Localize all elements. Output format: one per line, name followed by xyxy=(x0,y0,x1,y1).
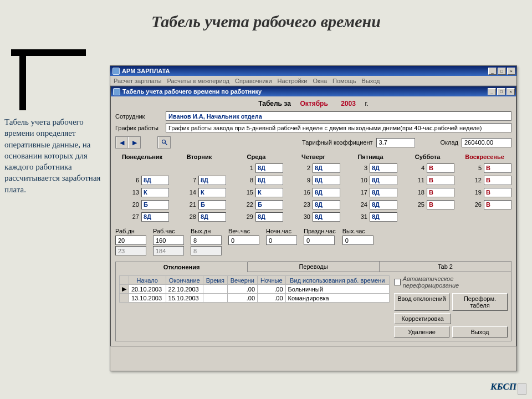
day-value-input[interactable]: 8Д xyxy=(313,212,340,222)
next-button[interactable]: ▶ xyxy=(128,137,140,148)
tab-2[interactable]: Tab 2 xyxy=(380,261,511,272)
total-value[interactable]: 160 xyxy=(153,236,184,245)
auto-reform-checkbox[interactable] xyxy=(394,279,401,285)
day-number: 17 xyxy=(357,189,367,196)
day-value-input[interactable]: В xyxy=(484,200,511,209)
deviations-table[interactable]: НачалоОкончаниеВремяВечерниНочныеВид исп… xyxy=(119,275,390,303)
day-value-input[interactable]: В xyxy=(484,176,511,185)
day-header: Вторник xyxy=(172,152,226,161)
menu-item[interactable]: Окна xyxy=(313,78,328,84)
menu-item[interactable]: Настройки xyxy=(278,78,308,84)
menu-item[interactable]: Расчет зарплаты xyxy=(114,78,162,84)
day-value-input[interactable]: 8Д xyxy=(370,212,397,222)
day-number: 22 xyxy=(243,201,253,208)
day-value-input[interactable]: 8Д xyxy=(370,176,397,185)
day-value-input[interactable]: В xyxy=(427,188,454,197)
table-cell: 15.10.2003 xyxy=(166,294,203,303)
day-value-input[interactable]: К xyxy=(198,188,226,197)
total-value[interactable]: 0 xyxy=(342,236,374,245)
reform-button[interactable]: Переформ. табеля xyxy=(452,293,508,311)
day-value-input[interactable]: 8Д xyxy=(313,163,340,173)
minimize-button[interactable]: _ xyxy=(488,68,497,75)
day-value-input[interactable]: В xyxy=(427,176,454,185)
day-value-input[interactable]: Б xyxy=(198,200,226,209)
day-value-input[interactable]: 8Д xyxy=(141,176,169,185)
day-value-input[interactable]: 8Д xyxy=(370,200,397,209)
employee-field[interactable]: Иванов И.А, Начальник отдела xyxy=(166,111,511,121)
delete-button[interactable]: Удаление xyxy=(394,326,449,337)
maximize-button[interactable]: □ xyxy=(498,68,506,75)
day-value-input[interactable]: 8Д xyxy=(313,176,340,185)
day-value-input[interactable]: К xyxy=(141,188,169,197)
salary-field[interactable]: 260400.00 xyxy=(462,138,511,147)
day-number: 5 xyxy=(472,165,482,171)
day-value-input[interactable]: 8Д xyxy=(198,212,226,222)
day-number: 20 xyxy=(129,201,139,208)
tab-transfers[interactable]: Переводы xyxy=(248,261,380,272)
total-value[interactable]: 0 xyxy=(266,236,297,245)
day-cell: 178Д xyxy=(344,187,397,198)
day-number: 4 xyxy=(415,165,424,171)
day-cell: 26В xyxy=(458,199,511,210)
table-cell xyxy=(203,285,227,294)
menu-item[interactable]: Помощь xyxy=(332,78,356,84)
day-number: 26 xyxy=(472,201,482,208)
day-cell: 78Д xyxy=(172,175,226,186)
add-deviation-button[interactable]: Ввод отклонений xyxy=(394,293,449,311)
day-number: 13 xyxy=(129,189,139,196)
day-value-input[interactable]: 8Д xyxy=(255,176,283,185)
day-value-input[interactable]: 8Д xyxy=(255,212,283,222)
day-value-input[interactable]: 8Д xyxy=(313,200,340,209)
day-cell: 288Д xyxy=(172,211,226,222)
totals-row: Раб.дн2023Раб.час160184Вых.дн88Веч.час0Н… xyxy=(115,228,511,255)
table-header: Вечерни xyxy=(227,276,257,285)
search-button[interactable] xyxy=(158,137,170,148)
day-number: 21 xyxy=(186,201,196,208)
employee-label: Сотрудник xyxy=(115,113,162,120)
total-value[interactable]: 0 xyxy=(228,236,259,245)
child-minimize-button[interactable]: _ xyxy=(488,88,496,95)
total-value[interactable]: 20 xyxy=(115,236,146,245)
day-value-input[interactable]: 8Д xyxy=(255,163,283,173)
coef-field[interactable]: 3.7 xyxy=(376,138,415,147)
auto-reform-label: Автоматическое переформирование xyxy=(403,275,508,289)
day-cell: 18Д xyxy=(229,162,283,173)
day-value-input[interactable]: 8Д xyxy=(370,163,397,173)
tab-deviations[interactable]: Отклонения xyxy=(115,262,248,272)
child-close-button[interactable]: × xyxy=(507,88,515,95)
correct-button[interactable]: Корректировка xyxy=(394,313,451,324)
table-cell: Больничный xyxy=(285,285,389,294)
total-value[interactable]: 8 xyxy=(191,236,222,245)
table-header: Время xyxy=(203,276,227,285)
table-cell: 20.10.2003 xyxy=(129,285,166,294)
table-row[interactable]: 13.10.200315.10.2003.00.00Командировка xyxy=(120,294,390,303)
day-value-input[interactable]: 8Д xyxy=(370,188,397,197)
day-value-input[interactable]: 8Д xyxy=(141,212,169,222)
day-value-input[interactable]: В xyxy=(427,163,454,173)
ornament xyxy=(11,42,80,64)
close-button[interactable]: × xyxy=(507,68,515,75)
child-maximize-button[interactable]: □ xyxy=(497,88,505,95)
exit-button[interactable]: Выход xyxy=(452,326,508,337)
day-value-input[interactable]: В xyxy=(484,188,511,197)
day-value-input[interactable]: К xyxy=(255,188,283,197)
prev-button[interactable]: ◀ xyxy=(116,137,128,148)
table-row[interactable]: ▶20.10.200322.10.2003.00.00Больничный xyxy=(120,285,390,294)
day-value-input[interactable]: Б xyxy=(141,200,169,209)
day-number: 14 xyxy=(186,189,196,196)
day-value-input[interactable]: В xyxy=(427,200,454,209)
schedule-field[interactable]: График работы завода при 5-дневной рабоч… xyxy=(166,123,511,132)
day-value-input[interactable]: 8Д xyxy=(313,188,340,197)
day-cell: 88Д xyxy=(229,175,283,186)
total-value[interactable]: 0 xyxy=(304,236,335,245)
menu-item[interactable]: Выход xyxy=(362,78,380,84)
day-header: Среда xyxy=(229,152,283,161)
app-icon xyxy=(112,68,120,75)
day-value-input[interactable]: Б xyxy=(255,200,283,209)
day-value-input[interactable]: 8Д xyxy=(198,176,226,185)
day-value-input[interactable]: В xyxy=(484,163,511,173)
menu-item[interactable]: Справочники xyxy=(235,78,272,84)
menu-item[interactable]: Расчеты в межпериод xyxy=(167,78,229,84)
day-header: Воскресенье xyxy=(458,152,511,161)
day-cell: 22Б xyxy=(229,199,283,210)
